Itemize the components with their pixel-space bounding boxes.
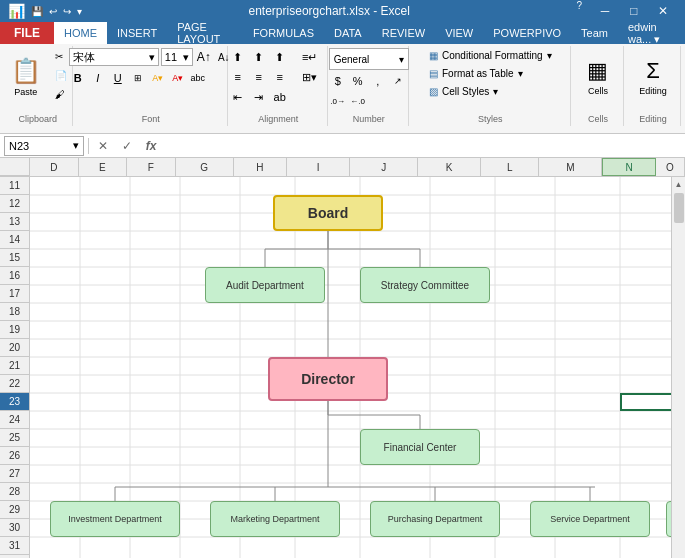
align-left-button[interactable]: ≡ (228, 68, 248, 86)
confirm-formula-button[interactable]: ✓ (117, 136, 137, 156)
underline-button[interactable]: U (109, 69, 127, 87)
editing-button[interactable]: Σ Editing (629, 48, 677, 106)
row-21[interactable]: 21 (0, 357, 29, 375)
row-20[interactable]: 20 (0, 339, 29, 357)
align-center-button[interactable]: ≡ (249, 68, 269, 86)
name-box-dropdown[interactable]: ▾ (73, 139, 79, 152)
menu-view[interactable]: VIEW (435, 22, 483, 44)
border-button[interactable]: ⊞ (129, 69, 147, 87)
menu-insert[interactable]: INSERT (107, 22, 167, 44)
menu-file[interactable]: FILE (0, 22, 54, 44)
font-size-dropdown-icon[interactable]: ▾ (183, 51, 189, 64)
col-header-n[interactable]: N (602, 158, 655, 176)
row-12[interactable]: 12 (0, 195, 29, 213)
menu-formulas[interactable]: FORMULAS (243, 22, 324, 44)
quick-redo-icon[interactable]: ↪ (63, 6, 71, 17)
col-header-f[interactable]: F (127, 158, 176, 176)
number-settings-icon[interactable]: ↗ (389, 72, 407, 90)
row-13[interactable]: 13 (0, 213, 29, 231)
format-table-dropdown[interactable]: ▾ (518, 68, 523, 79)
row-14[interactable]: 14 (0, 231, 29, 249)
col-header-e[interactable]: E (79, 158, 128, 176)
fx-button[interactable]: fx (141, 136, 161, 156)
quick-undo-icon[interactable]: ↩ (49, 6, 57, 17)
font-name-dropdown-icon[interactable]: ▾ (149, 51, 155, 64)
cell-styles-dropdown[interactable]: ▾ (493, 86, 498, 97)
paste-button[interactable]: 📋 Paste (4, 48, 48, 106)
row-22[interactable]: 22 (0, 375, 29, 393)
close-button[interactable]: ✕ (649, 0, 677, 22)
row-25[interactable]: 25 (0, 429, 29, 447)
currency-button[interactable]: $ (329, 72, 347, 90)
menu-page-layout[interactable]: PAGE LAYOUT (167, 22, 243, 44)
align-top-center-button[interactable]: ⬆ (249, 48, 269, 66)
increase-indent-button[interactable]: ⇥ (249, 88, 269, 106)
row-30[interactable]: 30 (0, 519, 29, 537)
col-header-o[interactable]: O (656, 158, 685, 176)
minimize-button[interactable]: ─ (591, 0, 619, 22)
scroll-up-button[interactable]: ▲ (672, 177, 686, 191)
row-18[interactable]: 18 (0, 303, 29, 321)
col-header-g[interactable]: G (176, 158, 234, 176)
row-15[interactable]: 15 (0, 249, 29, 267)
cell-styles-button[interactable]: ▨ Cell Styles ▾ (424, 84, 503, 99)
bold-button[interactable]: B (69, 69, 87, 87)
cancel-formula-button[interactable]: ✕ (93, 136, 113, 156)
align-right-button[interactable]: ≡ (270, 68, 290, 86)
row-23[interactable]: 23 (0, 393, 29, 411)
scroll-thumb[interactable] (674, 193, 684, 223)
conditional-formatting-dropdown[interactable]: ▾ (547, 50, 552, 61)
col-header-h[interactable]: H (234, 158, 287, 176)
menu-home[interactable]: HOME (54, 22, 107, 44)
col-header-i[interactable]: I (287, 158, 350, 176)
help-icon[interactable]: ? (576, 0, 582, 22)
formula-input[interactable] (165, 136, 681, 156)
col-header-k[interactable]: K (418, 158, 481, 176)
row-28[interactable]: 28 (0, 483, 29, 501)
row-24[interactable]: 24 (0, 411, 29, 429)
maximize-button[interactable]: □ (620, 0, 648, 22)
text-direction-button[interactable]: ab (270, 88, 290, 106)
quick-access-more[interactable]: ▾ (77, 6, 82, 17)
font-increase-button[interactable]: A↑ (195, 48, 213, 66)
strikethrough-button[interactable]: abc (189, 69, 207, 87)
font-name-box[interactable]: 宋体 ▾ (69, 48, 159, 66)
wrap-text-button[interactable]: ≡↵ (291, 48, 329, 66)
col-header-j[interactable]: J (350, 158, 418, 176)
menu-powerpivo[interactable]: POWERPIVO (483, 22, 571, 44)
number-format-dropdown-icon[interactable]: ▾ (399, 54, 404, 65)
fill-color-button[interactable]: A▾ (149, 69, 167, 87)
row-29[interactable]: 29 (0, 501, 29, 519)
comma-button[interactable]: , (369, 72, 387, 90)
col-header-l[interactable]: L (481, 158, 539, 176)
row-16[interactable]: 16 (0, 267, 29, 285)
decrease-indent-button[interactable]: ⇤ (228, 88, 248, 106)
menu-team[interactable]: Team (571, 22, 618, 44)
row-11[interactable]: 11 (0, 177, 29, 195)
vertical-scrollbar[interactable]: ▲ ▼ (671, 177, 685, 558)
font-color-button[interactable]: A▾ (169, 69, 187, 87)
increase-decimal-button[interactable]: ←.0 (349, 92, 367, 110)
name-box[interactable]: N23 ▾ (4, 136, 84, 156)
decrease-decimal-button[interactable]: .0→ (329, 92, 347, 110)
row-17[interactable]: 17 (0, 285, 29, 303)
row-26[interactable]: 26 (0, 447, 29, 465)
row-31[interactable]: 31 (0, 537, 29, 555)
col-header-m[interactable]: M (539, 158, 602, 176)
cells-button[interactable]: ▦ Cells (574, 48, 622, 106)
menu-data[interactable]: DATA (324, 22, 372, 44)
align-top-left-button[interactable]: ⬆ (228, 48, 248, 66)
font-size-box[interactable]: 11 ▾ (161, 48, 193, 66)
italic-button[interactable]: I (89, 69, 107, 87)
scroll-track[interactable] (672, 191, 685, 558)
row-19[interactable]: 19 (0, 321, 29, 339)
format-table-button[interactable]: ▤ Format as Table ▾ (424, 66, 528, 81)
merge-button[interactable]: ⊞▾ (291, 68, 329, 86)
col-header-d[interactable]: D (30, 158, 79, 176)
conditional-formatting-button[interactable]: ▦ Conditional Formatting ▾ (424, 48, 557, 63)
menu-review[interactable]: REVIEW (372, 22, 435, 44)
menu-user[interactable]: edwin wa... ▾ (618, 22, 685, 44)
row-27[interactable]: 27 (0, 465, 29, 483)
number-format-box[interactable]: General ▾ (329, 48, 409, 70)
align-top-right-button[interactable]: ⬆ (270, 48, 290, 66)
